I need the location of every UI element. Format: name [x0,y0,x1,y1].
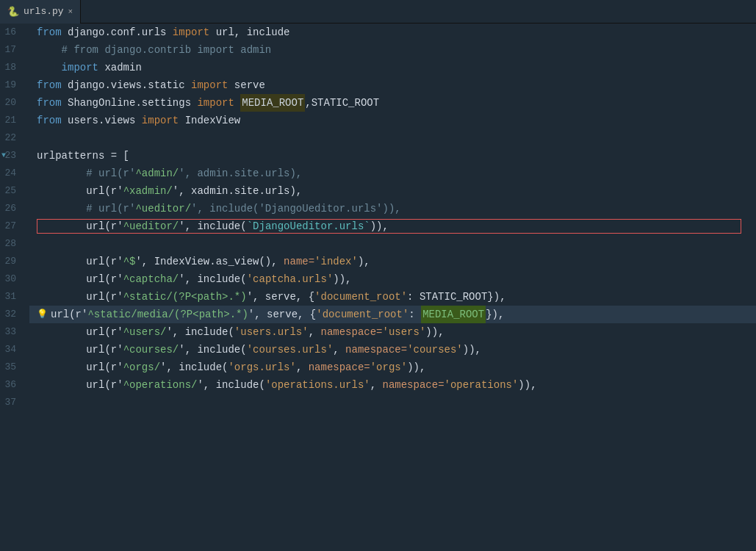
gutter-34: 34 [0,341,22,359]
gutter-24: 24 [0,165,22,182]
code-line-24: # url(r'^admin/', admin.site.urls), [29,165,756,182]
code-line-21: from users.views import IndexView [29,112,756,129]
gutter-18: 18 [0,59,22,76]
gutter-23: ▼23 [0,147,22,165]
code-line-23: urlpatterns = [ [29,147,756,165]
code-line-30: url(r'^captcha/', include('captcha.urls'… [29,270,756,288]
code-line-20: from ShangOnline.settings import MEDIA_R… [29,94,756,112]
tab-urls-py[interactable]: 🐍 urls.py × [0,0,81,24]
gutter-22: 22 [0,129,22,147]
code-line-33: url(r'^users/', include('users.urls', na… [29,323,756,341]
code-line-32: 💡url(r'^static/media/(?P<path>.*)', serv… [29,306,756,323]
gutter-29: 29 [0,253,22,270]
code-line-17: # from django.contrib import admin [29,41,756,59]
code-line-28 [29,235,756,253]
gutter-19: 19 [0,76,22,94]
code-line-36: url(r'^operations/', include('operations… [29,376,756,394]
gutter-31: 31 [0,288,22,306]
tab-filename: urls.py [24,6,64,17]
code-line-26: # url(r'^ueditor/', include('DjangoUedit… [29,200,756,217]
tab-bar: 🐍 urls.py × [0,0,756,24]
code-line-25: url(r'^xadmin/', xadmin.site.urls), [29,182,756,200]
code-line-31: url(r'^static/(?P<path>.*)', serve, {'do… [29,288,756,306]
gutter-21: 21 [0,112,22,129]
editor-area: 16 17 18 19 20 21 22 ▼23 24 25 26 27 28 … [0,24,756,551]
gutter-32: 32 [0,306,22,323]
code-line-27: url(r'^ueditor/', include(`DjangoUeditor… [29,217,756,235]
gutter-30: 30 [0,270,22,288]
python-icon: 🐍 [7,6,19,18]
code-line-16: from django.conf.urls import url, includ… [29,24,756,41]
code-line-37 [29,394,756,411]
gutter-20: 20 [0,94,22,112]
gutter-17: 17 [0,41,22,59]
close-icon[interactable]: × [68,7,73,16]
code-line-29: url(r'^$', IndexView.as_view(), name='in… [29,253,756,270]
code-line-34: url(r'^courses/', include('courses.urls'… [29,341,756,359]
code-area[interactable]: from django.conf.urls import url, includ… [29,24,756,551]
gutter: 16 17 18 19 20 21 22 ▼23 24 25 26 27 28 … [0,24,29,551]
gutter-28: 28 [0,235,22,253]
gutter-27: 27 [0,217,22,235]
code-line-35: url(r'^orgs/', include('orgs.urls', name… [29,359,756,376]
gutter-16: 16 [0,24,22,41]
gutter-36: 36 [0,376,22,394]
gutter-37: 37 [0,394,22,411]
code-line-19: from django.views.static import serve [29,76,756,94]
gutter-25: 25 [0,182,22,200]
code-line-18: import xadmin [29,59,756,76]
code-line-22 [29,129,756,147]
gutter-35: 35 [0,359,22,376]
gutter-33: 33 [0,323,22,341]
gutter-26: 26 [0,200,22,217]
